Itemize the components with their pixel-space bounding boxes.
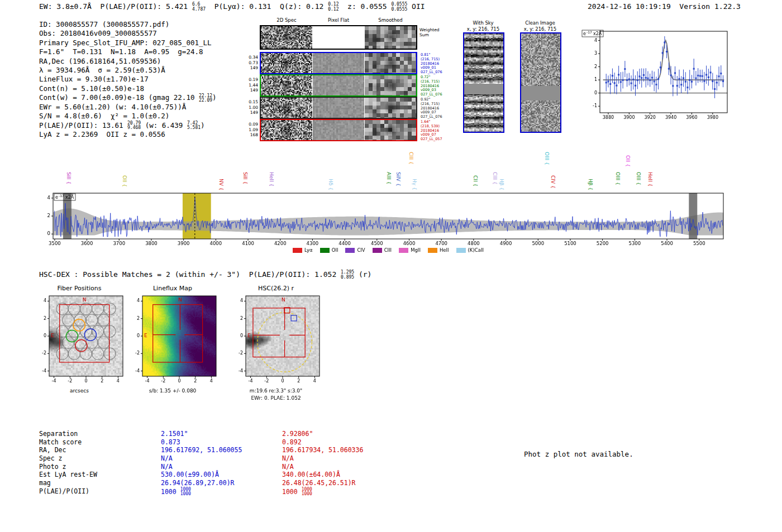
- spec2d-2dspec-image: [261, 98, 312, 118]
- text-segment: 1000: [282, 487, 302, 495]
- lineflux-map-title: Lineflux Map: [126, 285, 220, 292]
- text-segment: ): [201, 121, 205, 130]
- text-segment: LineFlux = 9.30(±1.70)e-17: [39, 75, 149, 83]
- text-segment: ): [212, 93, 217, 102]
- spec2d-2dspec-image: [261, 53, 312, 73]
- stacked-fraction: 7.425.581: [187, 121, 201, 130]
- match-table-label: Est LyA rest-EW: [39, 471, 97, 478]
- match-table-label: P(LAE)/P(OII): [39, 487, 89, 495]
- spec2d-smoothed-image: [365, 120, 416, 140]
- match-candidate2-value: 1000 10001000: [282, 487, 312, 496]
- spectral-line-label: SiII {: [242, 172, 248, 184]
- clean-image: [520, 32, 561, 133]
- stacked-fraction: 0.05550.0555: [391, 2, 407, 11]
- match-table-label: Photo z: [39, 463, 66, 471]
- legend-label: OII: [332, 247, 338, 253]
- text-segment: 530.00(±99.00)Å: [161, 471, 219, 478]
- legend-swatch: [456, 248, 466, 253]
- spec2d-row-weights: 0.340.73149: [244, 55, 258, 71]
- legend-label: CIV: [357, 247, 365, 253]
- legend-label: MgII: [411, 247, 421, 253]
- match-candidate1-value: 530.00(±99.00)Å: [161, 471, 219, 478]
- spec2d-header-smoothed: Smoothed: [378, 17, 402, 23]
- match-candidate1-value: 1000 10001000: [161, 487, 191, 496]
- spectral-line-label: CIII {: [408, 152, 414, 165]
- spectral-line-label: HeII {: [647, 172, 653, 186]
- text-segment: 196.617692, 51.060055: [161, 446, 242, 454]
- spectral-line-label: OIII {: [544, 152, 550, 165]
- stacked-fraction: 22.1222.09: [199, 94, 212, 103]
- spectral-line-label: SiIV {: [395, 172, 401, 186]
- info-line: S/N = 4.8(±0.6) χ² = 1.0(±0.2): [39, 112, 217, 121]
- text-segment: 196.617934, 51.060336: [282, 446, 363, 454]
- spec2d-2dspec-image: [261, 75, 312, 95]
- info-line: LyA z = 2.2369 OII z = 0.0556: [39, 130, 217, 139]
- info-line: Obs: 20180416v009_3000855577: [39, 29, 217, 38]
- info-line: Cont(n) = 5.10(±0.50)e-18: [39, 84, 217, 93]
- spec2d-row-weights: 0.091.09168: [244, 122, 258, 138]
- legend-swatch: [428, 248, 437, 253]
- match-table-label: Spec z: [39, 454, 63, 462]
- match-candidate2-value: N/A: [282, 454, 294, 462]
- match-candidate1-value: 0.873: [161, 438, 180, 446]
- spec2d-2dspec-image: [261, 26, 312, 49]
- stacked-fraction: 10001000: [180, 487, 191, 496]
- elixer-report-page: EW: 3.8±0.7Å P(LAE)/P(OII): 5.421 6.64.7…: [0, 0, 782, 532]
- spectral-line-label: Hβ {: [588, 179, 593, 190]
- summary-line: EW: 3.8±0.7Å P(LAE)/P(OII): 5.421 6.64.7…: [39, 2, 425, 12]
- spec2d-row: [260, 52, 417, 74]
- text-segment: 2.92806": [282, 430, 313, 438]
- spec2d-smoothed-image: [365, 75, 416, 95]
- stacked-fraction: 20.799.468: [127, 121, 141, 130]
- legend-label: CIII: [384, 247, 392, 253]
- clean-image-coords: x, y: 216, 715: [501, 26, 579, 32]
- spectral-line-label: HeII {: [269, 172, 274, 186]
- text-segment: 340.00(±64.00)Å: [282, 471, 340, 478]
- spec2d-row-annotation: 0.92"(216, 715)20180416v009_07027_LL_076: [421, 98, 442, 119]
- match-candidate2-value: N/A: [282, 463, 294, 471]
- text-segment: Cont(w) = 7.00(±0.09)e-18 (gmag 22.10: [39, 93, 199, 102]
- text-segment: 2.1501": [161, 430, 188, 438]
- stacked-fraction: 0.120.12: [328, 2, 338, 11]
- info-line: Primary Spec_Slot_IFU_AMP: 027_085_001_L…: [39, 39, 217, 47]
- spec2d-pixelflat-image: [313, 53, 364, 73]
- hsc-caption-1: m:19.6 re:3.3" s:3.0": [229, 388, 323, 394]
- with-sky-image: [463, 32, 504, 133]
- legend-item: MgII: [399, 247, 421, 253]
- spec2d-row: [260, 74, 417, 97]
- text-segment: P(LAE)/P(OII): 13.61: [39, 121, 127, 130]
- spectral-line-label: OIII {: [636, 172, 641, 185]
- text-segment: 26.94(26.89,27.00)R: [161, 479, 235, 487]
- clean-image-title: Clean Image: [501, 20, 579, 26]
- spec2d-row: [260, 97, 417, 119]
- fiber-positions-xlabel: arcsecs: [32, 388, 126, 394]
- legend-swatch: [399, 248, 408, 253]
- text-segment: EW: 3.8±0.7Å P(LAE)/P(OII): 5.421: [39, 2, 192, 11]
- fiber-positions-title: Fiber Positions: [32, 285, 126, 292]
- text-segment: F=1.6" T=0.131 N=1.18 A=0.95 g=24.8: [39, 47, 203, 56]
- spec2d-row-annotation: 0.81"(216, 715)20180416v009_01027_LL_076: [421, 53, 442, 75]
- text-segment: P(Lyα): 0.131 Q(z): 0.12: [206, 2, 328, 11]
- spec2d-row-annotation: 0.72"(216, 715)20180416v009_03027_LL_076: [421, 75, 442, 97]
- info-line: P(LAE)/P(OII): 13.61 20.799.468 (w: 6.43…: [39, 121, 217, 131]
- lineflux-caption: s/b: 1.35 +/- 0.080: [126, 388, 220, 394]
- text-segment: ID: 3000855577 (3000855577.pdf): [39, 20, 169, 28]
- hsc-plot: [229, 294, 323, 387]
- match-candidate2-value: 0.892: [282, 438, 302, 446]
- match-table-label: Separation: [39, 430, 78, 438]
- spec2d-smoothed-image: [365, 26, 416, 49]
- spectral-line-label: CIII {: [492, 172, 498, 185]
- spec2d-rows: 0.340.731490.81"(216, 715)20180416v009_0…: [260, 25, 417, 142]
- spec2d-header-2dspec: 2D Spec: [276, 17, 296, 23]
- text-segment: Obs: 20180416v009_3000855577: [39, 29, 157, 37]
- text-segment: (r): [354, 270, 371, 279]
- text-segment: λ = 3934.96Å σ = 2.59(±0.53)Å: [39, 66, 165, 74]
- stacked-fraction: 10001000: [302, 487, 312, 496]
- match-table-label: mag: [39, 479, 51, 487]
- text-segment: N/A: [282, 454, 294, 462]
- spectral-line-label: OII {: [625, 155, 631, 167]
- match-candidate2-value: 340.00(±64.00)Å: [282, 471, 340, 478]
- text-segment: OII: [407, 2, 425, 11]
- fullspec-plot: [36, 190, 732, 252]
- spectral-line-label: CIV {: [550, 175, 556, 189]
